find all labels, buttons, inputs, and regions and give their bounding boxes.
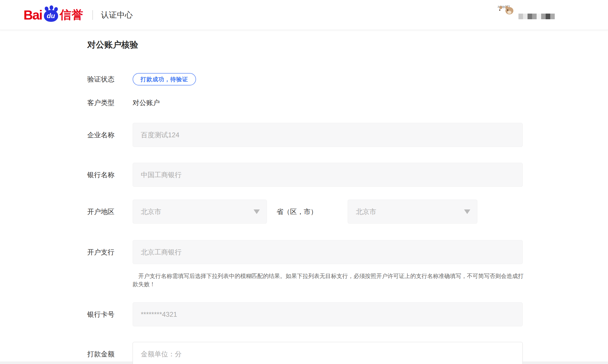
bank-region-row: 开户地区 北京市 省（区，市） 北京市 (87, 200, 608, 224)
header-divider (92, 10, 93, 20)
customer-type-label: 客户类型 (87, 98, 133, 107)
customer-type-value: 对公账户 (133, 98, 160, 107)
logo-text-bai: Bai (24, 7, 42, 23)
amount-row: 打款金额 (87, 342, 608, 364)
customer-type-row: 客户类型 对公账户 (87, 99, 608, 106)
bank-name-label: 银行名称 (87, 170, 133, 179)
logo-text-du: du (47, 12, 55, 20)
company-name-input (133, 123, 523, 147)
company-name-label: 企业名称 (87, 130, 133, 140)
bank-region-label: 开户地区 (87, 207, 133, 216)
company-name-row: 企业名称 (87, 123, 608, 147)
city-select: 北京市 (348, 200, 477, 224)
bank-name-row: 银行名称 (87, 163, 608, 187)
top-header: Bai du 信誉 认证中心 zybqy123 (0, 0, 608, 30)
bank-branch-label: 开户支行 (87, 248, 133, 257)
card-number-label: 银行卡号 (87, 310, 133, 319)
province-suffix-label: 省（区，市） (277, 207, 317, 216)
amount-input[interactable] (133, 342, 523, 364)
bank-branch-row: 开户支行 (87, 240, 608, 264)
province-select-value: 北京市 (141, 207, 161, 216)
status-label: 验证状态 (87, 75, 133, 84)
amount-label: 打款金额 (87, 350, 133, 359)
card-number-row: 银行卡号 (87, 302, 608, 326)
baidu-paw-icon: du (43, 6, 59, 22)
page-title: 对公账户核验 (87, 40, 608, 49)
city-select-value: 北京市 (356, 207, 376, 216)
verification-form: 对公账户核验 验证状态 打款成功，待验证 客户类型 对公账户 企业名称 银行名称… (0, 30, 608, 364)
status-badge: 打款成功，待验证 (133, 73, 196, 85)
redacted-account-name (518, 14, 555, 19)
status-row: 验证状态 打款成功，待验证 (87, 73, 608, 85)
card-number-input (133, 302, 523, 326)
bank-name-input (133, 163, 523, 187)
chevron-down-icon (464, 209, 470, 214)
chevron-down-icon (254, 209, 260, 214)
page: Bai du 信誉 认证中心 zybqy123 (0, 0, 608, 364)
logo-text-xinyu: 信誉 (60, 7, 84, 23)
bank-branch-input (133, 240, 523, 264)
baidu-xinyu-logo[interactable]: Bai du 信誉 (24, 6, 84, 24)
province-select: 北京市 (133, 200, 267, 224)
site-section-title: 认证中心 (101, 10, 133, 20)
user-avatar[interactable]: zybqy123 (497, 5, 511, 8)
branch-help-text: 开户支行名称需填写后选择下拉列表中的模糊匹配的结果。如果下拉列表无目标支行，必须… (133, 272, 526, 288)
